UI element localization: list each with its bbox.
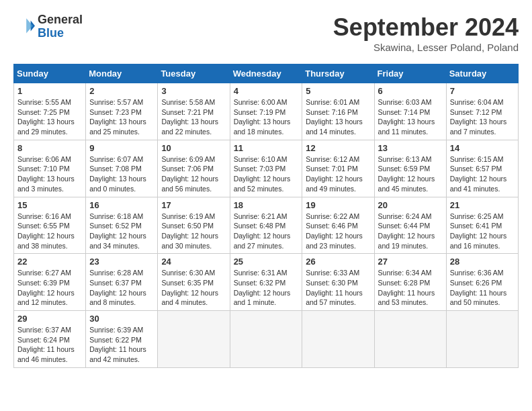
empty-cell <box>374 311 446 368</box>
day-cell-4: 4Sunrise: 6:00 AM Sunset: 7:19 PM Daylig… <box>230 83 302 140</box>
logo-general-text: General <box>38 13 83 27</box>
day-cell-2: 2Sunrise: 5:57 AM Sunset: 7:23 PM Daylig… <box>86 83 158 140</box>
day-cell-17: 17Sunrise: 6:19 AM Sunset: 6:50 PM Dayli… <box>158 197 230 254</box>
day-detail: Sunrise: 6:39 AM Sunset: 6:22 PM Dayligh… <box>89 325 154 365</box>
day-detail: Sunrise: 6:25 AM Sunset: 6:41 PM Dayligh… <box>450 212 515 251</box>
day-detail: Sunrise: 6:34 AM Sunset: 6:28 PM Dayligh… <box>378 268 443 308</box>
day-cell-15: 15Sunrise: 6:16 AM Sunset: 6:55 PM Dayli… <box>14 197 86 254</box>
calendar-week-5: 29Sunrise: 6:37 AM Sunset: 6:24 PM Dayli… <box>14 311 519 368</box>
day-detail: Sunrise: 6:21 AM Sunset: 6:48 PM Dayligh… <box>234 212 299 251</box>
day-cell-3: 3Sunrise: 5:58 AM Sunset: 7:21 PM Daylig… <box>158 83 230 140</box>
day-number: 19 <box>306 200 370 210</box>
day-number: 16 <box>89 200 154 210</box>
day-cell-24: 24Sunrise: 6:30 AM Sunset: 6:35 PM Dayli… <box>158 254 230 311</box>
day-detail: Sunrise: 6:10 AM Sunset: 7:03 PM Dayligh… <box>234 154 299 194</box>
day-number: 25 <box>234 257 299 267</box>
month-title: September 2024 <box>333 13 519 42</box>
logo-icon <box>13 16 35 38</box>
day-detail: Sunrise: 5:55 AM Sunset: 7:25 PM Dayligh… <box>17 97 82 137</box>
day-detail: Sunrise: 6:27 AM Sunset: 6:39 PM Dayligh… <box>17 268 82 308</box>
day-number: 24 <box>161 257 226 267</box>
day-number: 28 <box>450 257 515 267</box>
calendar-week-4: 22Sunrise: 6:27 AM Sunset: 6:39 PM Dayli… <box>14 254 519 311</box>
day-cell-1: 1Sunrise: 5:55 AM Sunset: 7:25 PM Daylig… <box>14 83 86 140</box>
day-detail: Sunrise: 6:00 AM Sunset: 7:19 PM Dayligh… <box>234 97 299 137</box>
day-cell-18: 18Sunrise: 6:21 AM Sunset: 6:48 PM Dayli… <box>230 197 302 254</box>
day-cell-21: 21Sunrise: 6:25 AM Sunset: 6:41 PM Dayli… <box>446 197 518 254</box>
day-number: 20 <box>378 200 443 210</box>
empty-cell <box>158 311 230 368</box>
day-detail: Sunrise: 6:13 AM Sunset: 6:59 PM Dayligh… <box>378 154 443 194</box>
calendar-week-2: 8Sunrise: 6:06 AM Sunset: 7:10 PM Daylig… <box>14 140 519 197</box>
day-detail: Sunrise: 6:37 AM Sunset: 6:24 PM Dayligh… <box>17 325 82 365</box>
day-number: 10 <box>161 143 226 153</box>
day-cell-13: 13Sunrise: 6:13 AM Sunset: 6:59 PM Dayli… <box>374 140 446 197</box>
day-number: 4 <box>234 86 299 96</box>
day-cell-5: 5Sunrise: 6:01 AM Sunset: 7:16 PM Daylig… <box>302 83 374 140</box>
weekday-header-thursday: Thursday <box>302 64 374 83</box>
weekday-header-row: SundayMondayTuesdayWednesdayThursdayFrid… <box>14 64 519 83</box>
day-number: 12 <box>306 143 370 153</box>
logo-blue-text: Blue <box>38 27 83 40</box>
day-cell-25: 25Sunrise: 6:31 AM Sunset: 6:32 PM Dayli… <box>230 254 302 311</box>
day-number: 17 <box>161 200 226 210</box>
day-cell-10: 10Sunrise: 6:09 AM Sunset: 7:06 PM Dayli… <box>158 140 230 197</box>
day-detail: Sunrise: 6:24 AM Sunset: 6:44 PM Dayligh… <box>378 212 443 251</box>
day-number: 3 <box>161 86 226 96</box>
day-detail: Sunrise: 6:12 AM Sunset: 7:01 PM Dayligh… <box>306 154 370 194</box>
day-detail: Sunrise: 5:57 AM Sunset: 7:23 PM Dayligh… <box>89 97 154 137</box>
day-detail: Sunrise: 6:33 AM Sunset: 6:30 PM Dayligh… <box>306 268 370 308</box>
day-cell-27: 27Sunrise: 6:34 AM Sunset: 6:28 PM Dayli… <box>374 254 446 311</box>
day-cell-26: 26Sunrise: 6:33 AM Sunset: 6:30 PM Dayli… <box>302 254 374 311</box>
empty-cell <box>230 311 302 368</box>
day-cell-12: 12Sunrise: 6:12 AM Sunset: 7:01 PM Dayli… <box>302 140 374 197</box>
day-cell-9: 9Sunrise: 6:07 AM Sunset: 7:08 PM Daylig… <box>86 140 158 197</box>
day-cell-29: 29Sunrise: 6:37 AM Sunset: 6:24 PM Dayli… <box>14 311 86 368</box>
day-detail: Sunrise: 6:28 AM Sunset: 6:37 PM Dayligh… <box>89 268 154 308</box>
day-detail: Sunrise: 6:19 AM Sunset: 6:50 PM Dayligh… <box>161 212 226 251</box>
empty-cell <box>446 311 518 368</box>
day-detail: Sunrise: 5:58 AM Sunset: 7:21 PM Dayligh… <box>161 97 226 137</box>
weekday-header-saturday: Saturday <box>446 64 518 83</box>
weekday-header-wednesday: Wednesday <box>230 64 302 83</box>
calendar-week-1: 1Sunrise: 5:55 AM Sunset: 7:25 PM Daylig… <box>14 83 519 140</box>
title-block: September 2024 Skawina, Lesser Poland, P… <box>333 13 519 53</box>
day-number: 14 <box>450 143 515 153</box>
day-detail: Sunrise: 6:18 AM Sunset: 6:52 PM Dayligh… <box>89 212 154 251</box>
day-number: 29 <box>17 314 82 324</box>
weekday-header-monday: Monday <box>86 64 158 83</box>
day-detail: Sunrise: 6:03 AM Sunset: 7:14 PM Dayligh… <box>378 97 443 137</box>
empty-cell <box>302 311 374 368</box>
day-number: 23 <box>89 257 154 267</box>
day-detail: Sunrise: 6:31 AM Sunset: 6:32 PM Dayligh… <box>234 268 299 308</box>
logo: General Blue <box>13 13 83 40</box>
day-cell-30: 30Sunrise: 6:39 AM Sunset: 6:22 PM Dayli… <box>86 311 158 368</box>
day-number: 30 <box>89 314 154 324</box>
day-number: 21 <box>450 200 515 210</box>
page-header: General Blue September 2024 Skawina, Les… <box>13 13 519 53</box>
day-cell-7: 7Sunrise: 6:04 AM Sunset: 7:12 PM Daylig… <box>446 83 518 140</box>
day-number: 9 <box>89 143 154 153</box>
day-detail: Sunrise: 6:09 AM Sunset: 7:06 PM Dayligh… <box>161 154 226 194</box>
day-detail: Sunrise: 6:15 AM Sunset: 6:57 PM Dayligh… <box>450 154 515 194</box>
day-detail: Sunrise: 6:01 AM Sunset: 7:16 PM Dayligh… <box>306 97 370 137</box>
calendar-week-3: 15Sunrise: 6:16 AM Sunset: 6:55 PM Dayli… <box>14 197 519 254</box>
weekday-header-tuesday: Tuesday <box>158 64 230 83</box>
day-cell-20: 20Sunrise: 6:24 AM Sunset: 6:44 PM Dayli… <box>374 197 446 254</box>
day-cell-8: 8Sunrise: 6:06 AM Sunset: 7:10 PM Daylig… <box>14 140 86 197</box>
weekday-header-friday: Friday <box>374 64 446 83</box>
day-number: 13 <box>378 143 443 153</box>
day-cell-16: 16Sunrise: 6:18 AM Sunset: 6:52 PM Dayli… <box>86 197 158 254</box>
day-number: 1 <box>17 86 82 96</box>
day-detail: Sunrise: 6:36 AM Sunset: 6:26 PM Dayligh… <box>450 268 515 308</box>
day-cell-14: 14Sunrise: 6:15 AM Sunset: 6:57 PM Dayli… <box>446 140 518 197</box>
day-number: 6 <box>378 86 443 96</box>
location: Skawina, Lesser Poland, Poland <box>333 42 519 53</box>
day-number: 5 <box>306 86 370 96</box>
day-cell-23: 23Sunrise: 6:28 AM Sunset: 6:37 PM Dayli… <box>86 254 158 311</box>
day-number: 8 <box>17 143 82 153</box>
day-number: 18 <box>234 200 299 210</box>
day-number: 2 <box>89 86 154 96</box>
day-number: 22 <box>17 257 82 267</box>
weekday-header-sunday: Sunday <box>14 64 86 83</box>
